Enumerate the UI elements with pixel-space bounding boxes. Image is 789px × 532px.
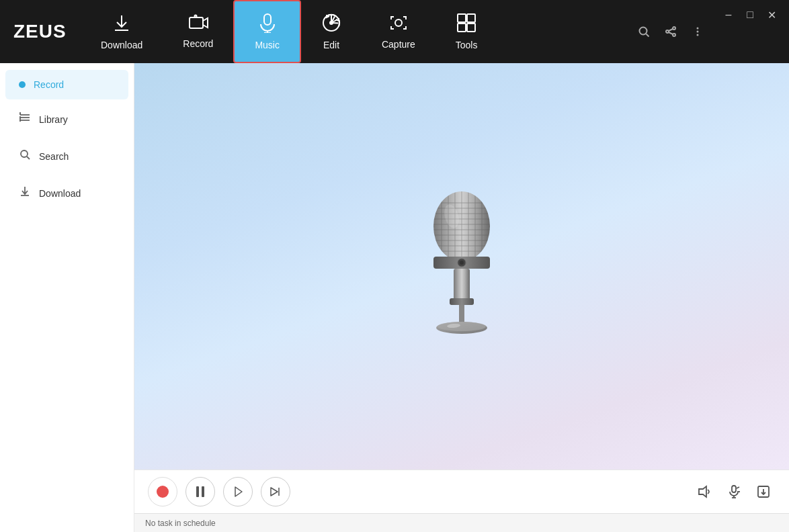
pause-button[interactable]: [185, 477, 215, 506]
svg-marker-61: [235, 487, 242, 496]
svg-point-19: [697, 28, 699, 30]
main-layout: Record Library: [0, 63, 789, 532]
nav-tab-edit[interactable]: Edit: [301, 0, 362, 63]
sidebar-item-library[interactable]: Library: [5, 102, 128, 136]
recording-area: [134, 63, 789, 470]
svg-point-16: [673, 34, 675, 36]
svg-line-68: [737, 487, 739, 488]
download-icon: [112, 13, 132, 36]
maximize-button[interactable]: □: [741, 5, 759, 24]
window-controls: – □ ✕: [711, 5, 789, 24]
status-bar: No task in schedule: [134, 513, 789, 532]
right-controls: [692, 480, 776, 504]
svg-line-17: [669, 29, 673, 31]
tools-icon: [456, 13, 476, 36]
more-header-btn[interactable]: [687, 21, 708, 42]
title-bar: ZEUS Download Record: [0, 0, 789, 63]
svg-point-1: [194, 15, 196, 17]
svg-point-12: [640, 28, 647, 35]
svg-rect-26: [19, 116, 21, 119]
audio-input-button[interactable]: [722, 480, 746, 504]
svg-point-20: [697, 31, 699, 33]
sidebar-download-label: Download: [39, 188, 81, 199]
nav-tab-record[interactable]: Record: [163, 0, 233, 63]
share-header-btn[interactable]: [660, 21, 681, 42]
sidebar-record-label: Record: [34, 79, 64, 90]
svg-rect-8: [458, 14, 466, 22]
microphone-display: [408, 189, 515, 344]
search-header-btn[interactable]: [633, 21, 655, 42]
record-dot: [157, 486, 169, 498]
svg-rect-27: [19, 119, 21, 122]
svg-line-18: [669, 32, 673, 34]
nav-tab-record-label: Record: [183, 38, 213, 49]
controls-bar: [134, 470, 789, 513]
nav-tab-download-label: Download: [101, 40, 142, 50]
sidebar-item-record[interactable]: Record: [5, 70, 128, 99]
minimize-button[interactable]: –: [719, 5, 738, 24]
svg-point-52: [460, 261, 464, 265]
record-dot-icon: [19, 81, 26, 88]
nav-tab-capture[interactable]: Capture: [362, 0, 435, 63]
svg-marker-62: [271, 488, 278, 496]
sidebar-search-label: Search: [39, 151, 69, 162]
nav-tab-tools-label: Tools: [456, 40, 478, 50]
content-area: No task in schedule: [134, 63, 789, 532]
header-actions: [633, 21, 708, 42]
nav-tab-capture-label: Capture: [382, 39, 415, 50]
svg-rect-59: [196, 486, 199, 497]
download-sidebar-icon: [19, 185, 31, 201]
play-button[interactable]: [223, 477, 253, 506]
library-icon: [19, 112, 31, 127]
svg-line-13: [647, 34, 649, 37]
svg-point-28: [21, 150, 28, 157]
svg-rect-0: [190, 17, 203, 28]
svg-rect-60: [202, 486, 204, 497]
microphone-icon: [408, 189, 515, 344]
svg-rect-11: [467, 24, 475, 32]
nav-tab-download[interactable]: Download: [81, 0, 163, 63]
nav-tab-music[interactable]: Music: [233, 0, 301, 63]
status-text: No task in schedule: [145, 519, 216, 528]
svg-point-7: [395, 19, 402, 26]
svg-rect-54: [450, 298, 474, 305]
svg-rect-53: [454, 269, 470, 302]
svg-marker-64: [699, 486, 706, 497]
nav-tab-edit-label: Edit: [323, 40, 339, 50]
svg-point-15: [666, 30, 669, 33]
nav-tab-music-label: Music: [255, 40, 280, 50]
close-button[interactable]: ✕: [762, 5, 781, 24]
app-logo: ZEUS: [0, 21, 81, 42]
svg-line-29: [27, 157, 30, 159]
sidebar-item-search[interactable]: Search: [5, 139, 128, 173]
skip-button[interactable]: [261, 477, 290, 506]
svg-point-6: [330, 21, 333, 24]
volume-button[interactable]: [692, 480, 716, 504]
record-button[interactable]: [148, 477, 177, 506]
record-camera-icon: [188, 14, 208, 34]
svg-rect-25: [19, 112, 21, 115]
export-button[interactable]: [751, 480, 776, 504]
edit-icon: [321, 13, 341, 36]
svg-point-21: [697, 34, 699, 36]
sidebar-library-label: Library: [39, 114, 68, 125]
sidebar-item-download[interactable]: Download: [5, 176, 128, 210]
svg-point-14: [673, 27, 675, 30]
music-mic-icon: [258, 13, 277, 36]
svg-rect-10: [458, 24, 466, 32]
search-sidebar-icon: [19, 148, 31, 164]
sidebar: Record Library: [0, 63, 134, 532]
nav-tab-tools[interactable]: Tools: [435, 0, 498, 63]
capture-icon: [388, 13, 409, 35]
svg-rect-65: [732, 486, 736, 492]
svg-rect-9: [467, 14, 475, 22]
svg-point-57: [438, 322, 486, 331]
svg-rect-2: [264, 14, 271, 25]
